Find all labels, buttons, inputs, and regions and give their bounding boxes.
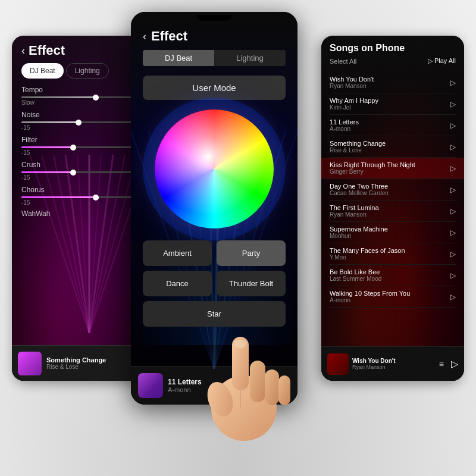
song-item-supernova[interactable]: Supernova Machine Monhun ▷: [330, 222, 456, 243]
right-page-title: Songs on Phone: [330, 43, 456, 54]
center-album-art: [138, 373, 163, 398]
song-item-kiss[interactable]: Kiss Right Through The Night Ginger Berr…: [321, 158, 464, 179]
song-text-10: Be Bold Like Bee Last Summer Mood: [330, 268, 450, 282]
effect-buttons-grid: Ambient Party Dance Thunder Bolt: [131, 240, 298, 296]
color-wheel[interactable]: [155, 109, 274, 228]
song-play-3: ▷: [450, 121, 456, 130]
right-bottom-bar: Wish You Don't Ryan Manson ≡ ▷: [321, 346, 464, 381]
ambient-button[interactable]: Ambient: [143, 240, 212, 266]
center-bottom-bar: 11 Letters A-monn ▷: [131, 366, 298, 405]
song-play-8: ▷: [450, 228, 456, 237]
song-text-9: The Many Faces of Jason Y.Moo: [330, 247, 450, 261]
center-song-info: 11 Letters A-monn: [168, 378, 267, 393]
center-screen: ‹ Effect DJ Beat Lighting User Mode Ambi…: [131, 12, 298, 405]
tempo-thumb[interactable]: [93, 95, 99, 101]
crush-fill: [21, 171, 73, 173]
right-song-title: Wish You Don't: [352, 358, 436, 364]
user-mode-button[interactable]: User Mode: [143, 76, 286, 100]
song-play-4: ▷: [450, 143, 456, 151]
back-arrow-center[interactable]: ‹: [143, 30, 146, 43]
scene: ‹ Effect DJ Beat Lighting Tempo Slow Noi…: [0, 0, 476, 476]
right-screen: Songs on Phone Select All ▷ Play All Wis…: [321, 36, 464, 381]
right-header: Songs on Phone Select All ▷ Play All: [321, 36, 464, 72]
left-album-art: [18, 352, 42, 375]
song-artist-5: Ginger Berry: [330, 168, 450, 175]
song-artist-9: Y.Moo: [330, 254, 450, 261]
song-text-11: Walking 10 Steps From You A-monn: [330, 290, 450, 303]
center-tab-dj-beat[interactable]: DJ Beat: [143, 50, 214, 66]
song-item-be-bold[interactable]: Be Bold Like Bee Last Summer Mood ▷: [330, 265, 456, 286]
center-tabs-row: DJ Beat Lighting: [143, 50, 286, 66]
song-play-2: ▷: [450, 100, 456, 108]
song-play-6: ▷: [450, 186, 456, 194]
center-notch: [196, 15, 232, 21]
song-play-5: ▷: [450, 164, 456, 173]
right-play-icon[interactable]: ▷: [451, 358, 458, 369]
right-menu-icon[interactable]: ≡: [439, 359, 444, 369]
song-list: Wish You Don't Ryan Manson ▷ Why Am I Ha…: [321, 72, 464, 308]
song-title-6: Day One Two Three: [330, 183, 450, 190]
star-btn-row: Star: [131, 301, 298, 327]
right-song-artist: Ryan Manson: [352, 364, 436, 370]
song-text-1: Wish You Don't Ryan Manson: [330, 76, 450, 89]
song-text-5: Kiss Right Through The Night Ginger Berr…: [330, 161, 450, 175]
chorus-thumb[interactable]: [93, 195, 99, 201]
thunder-bolt-button[interactable]: Thunder Bolt: [217, 271, 286, 296]
song-item-walking[interactable]: Walking 10 Steps From You A-monn ▷: [330, 286, 456, 308]
song-text-7: The First Lumina Ryan Manson: [330, 204, 450, 218]
song-artist-7: Ryan Manson: [330, 211, 450, 218]
song-item-first-lumina[interactable]: The First Lumina Ryan Manson ▷: [330, 201, 456, 222]
noise-fill: [21, 121, 79, 123]
song-artist-6: Cacao Mellow Garden: [330, 190, 450, 196]
song-item-wish-you-dont[interactable]: Wish You Don't Ryan Manson ▷: [330, 72, 456, 93]
right-song-info: Wish You Don't Ryan Manson: [352, 358, 436, 370]
song-text-6: Day One Two Three Cacao Mellow Garden: [330, 183, 450, 196]
right-album-art: [327, 353, 349, 375]
crush-thumb[interactable]: [70, 170, 76, 176]
song-title-1: Wish You Don't: [330, 76, 450, 83]
song-text-3: 11 Letters A-monn: [330, 118, 450, 132]
phone-center: ‹ Effect DJ Beat Lighting User Mode Ambi…: [131, 12, 298, 405]
center-song-title: 11 Letters: [168, 378, 267, 386]
back-arrow-left[interactable]: ‹: [21, 45, 25, 57]
center-song-artist: A-monn: [168, 386, 267, 393]
song-item-11-letters[interactable]: 11 Letters A-monn ▷: [330, 115, 456, 136]
song-artist-10: Last Summer Mood: [330, 275, 450, 282]
song-artist-1: Ryan Manson: [330, 83, 450, 89]
center-notch-area: [131, 12, 298, 24]
song-item-day-one[interactable]: Day One Two Three Cacao Mellow Garden ▷: [330, 179, 456, 201]
song-play-7: ▷: [450, 207, 456, 215]
song-text-2: Why Am I Happy Kirin Jol: [330, 97, 450, 111]
left-tab-dj-beat[interactable]: DJ Beat: [21, 63, 64, 79]
center-header: ‹ Effect DJ Beat Lighting: [131, 24, 298, 66]
song-artist-2: Kirin Jol: [330, 104, 450, 111]
phone-right: Songs on Phone Select All ▷ Play All Wis…: [321, 36, 464, 381]
song-title-5: Kiss Right Through The Night: [330, 161, 450, 168]
left-tab-lighting[interactable]: Lighting: [66, 63, 109, 79]
left-phone-title: Effect: [29, 43, 65, 58]
dance-button[interactable]: Dance: [143, 271, 212, 296]
star-button[interactable]: Star: [143, 301, 286, 327]
song-title-10: Be Bold Like Bee: [330, 268, 450, 275]
center-play-button[interactable]: ▷: [271, 376, 290, 395]
song-title-8: Supernova Machine: [330, 226, 450, 233]
center-phone-title: Effect: [151, 29, 187, 44]
song-play-1: ▷: [450, 79, 456, 87]
song-play-9: ▷: [450, 250, 456, 258]
filter-fill: [21, 146, 73, 148]
chorus-fill: [21, 196, 96, 198]
song-item-many-faces[interactable]: The Many Faces of Jason Y.Moo ▷: [330, 243, 456, 265]
noise-thumb[interactable]: [76, 120, 82, 126]
song-artist-4: Rise & Lose: [330, 147, 450, 154]
song-play-11: ▷: [450, 293, 456, 301]
song-artist-8: Monhun: [330, 233, 450, 239]
party-button[interactable]: Party: [217, 240, 286, 266]
play-all-button[interactable]: ▷ Play All: [428, 57, 456, 65]
song-item-why-am-i-happy[interactable]: Why Am I Happy Kirin Jol ▷: [330, 93, 456, 115]
filter-thumb[interactable]: [70, 145, 76, 151]
song-play-10: ▷: [450, 271, 456, 280]
center-tab-lighting[interactable]: Lighting: [214, 50, 286, 66]
select-all-button[interactable]: Select All: [330, 58, 356, 65]
song-item-something-change[interactable]: Something Change Rise & Lose ▷: [330, 136, 456, 158]
color-wheel-container: [155, 109, 274, 228]
